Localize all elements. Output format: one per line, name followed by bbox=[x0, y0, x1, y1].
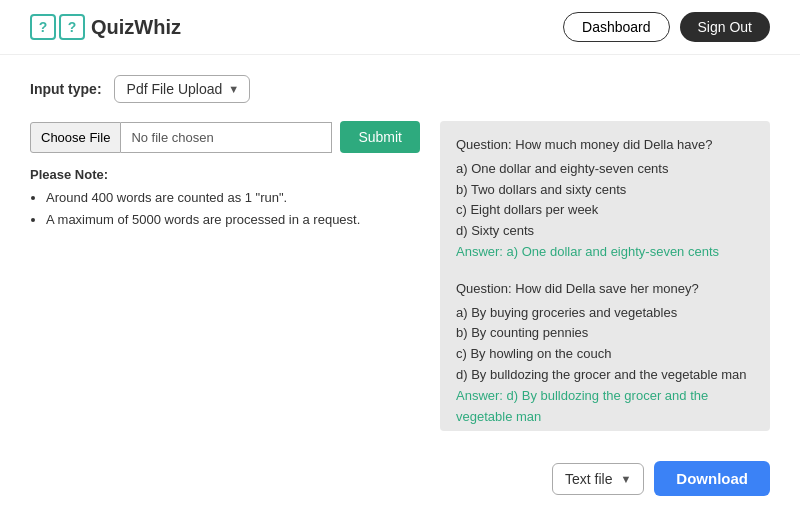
notes-title: Please Note: bbox=[30, 167, 420, 182]
notes-list: Around 400 words are counted as 1 "run".… bbox=[30, 187, 420, 231]
option-2d: d) By bulldozing the grocer and the vege… bbox=[456, 365, 754, 386]
question-text-1: Question: How much money did Della have? bbox=[456, 135, 754, 156]
option-2a: a) By buying groceries and vegetables bbox=[456, 303, 754, 324]
option-1b: b) Two dollars and sixty cents bbox=[456, 180, 754, 201]
bottom-bar: Text file ▼ Download bbox=[0, 451, 800, 496]
logo-area: ? ? QuizWhiz bbox=[30, 14, 181, 40]
chevron-down-icon: ▼ bbox=[228, 83, 239, 95]
choose-file-button[interactable]: Choose File bbox=[30, 122, 121, 153]
file-upload-row: Choose File No file chosen Submit bbox=[30, 121, 420, 153]
logo-q2: ? bbox=[68, 19, 77, 35]
right-column: Question: How much money did Della have?… bbox=[440, 121, 770, 431]
logo-q1-box: ? bbox=[30, 14, 56, 40]
input-type-value: Pdf File Upload bbox=[127, 81, 223, 97]
option-1c: c) Eight dollars per week bbox=[456, 200, 754, 221]
option-1a: a) One dollar and eighty-seven cents bbox=[456, 159, 754, 180]
answer-1: Answer: a) One dollar and eighty-seven c… bbox=[456, 244, 719, 259]
question-block-2: Question: How did Della save her money? … bbox=[456, 279, 754, 428]
logo-text: QuizWhiz bbox=[91, 16, 181, 39]
question-text-2: Question: How did Della save her money? bbox=[456, 279, 754, 300]
logo-icon: ? ? bbox=[30, 14, 85, 40]
content-columns: Choose File No file chosen Submit Please… bbox=[30, 121, 770, 431]
notes-item-2: A maximum of 5000 words are processed in… bbox=[46, 209, 420, 231]
main-content: Input type: Pdf File Upload ▼ Choose Fil… bbox=[0, 55, 800, 451]
logo-q2-box: ? bbox=[59, 14, 85, 40]
input-type-row: Input type: Pdf File Upload ▼ bbox=[30, 75, 770, 103]
option-2c: c) By howling on the couch bbox=[456, 344, 754, 365]
file-type-dropdown[interactable]: Text file ▼ bbox=[552, 463, 644, 495]
submit-button[interactable]: Submit bbox=[340, 121, 420, 153]
answer-2: Answer: d) By bulldozing the grocer and … bbox=[456, 388, 708, 424]
logo-q1: ? bbox=[39, 19, 48, 35]
question-block-1: Question: How much money did Della have?… bbox=[456, 135, 754, 263]
option-2b: b) By counting pennies bbox=[456, 323, 754, 344]
header-nav: Dashboard Sign Out bbox=[563, 12, 770, 42]
notes-item-1: Around 400 words are counted as 1 "run". bbox=[46, 187, 420, 209]
dashboard-button[interactable]: Dashboard bbox=[563, 12, 670, 42]
input-type-label: Input type: bbox=[30, 81, 102, 97]
chevron-down-icon-2: ▼ bbox=[620, 473, 631, 485]
input-type-dropdown[interactable]: Pdf File Upload ▼ bbox=[114, 75, 251, 103]
header: ? ? QuizWhiz Dashboard Sign Out bbox=[0, 0, 800, 55]
file-type-label: Text file bbox=[565, 471, 612, 487]
file-name-display: No file chosen bbox=[121, 122, 332, 153]
quiz-panel[interactable]: Question: How much money did Della have?… bbox=[440, 121, 770, 431]
notes-section: Please Note: Around 400 words are counte… bbox=[30, 167, 420, 231]
download-button[interactable]: Download bbox=[654, 461, 770, 496]
left-column: Choose File No file chosen Submit Please… bbox=[30, 121, 420, 431]
signout-button[interactable]: Sign Out bbox=[680, 12, 770, 42]
option-1d: d) Sixty cents bbox=[456, 221, 754, 242]
